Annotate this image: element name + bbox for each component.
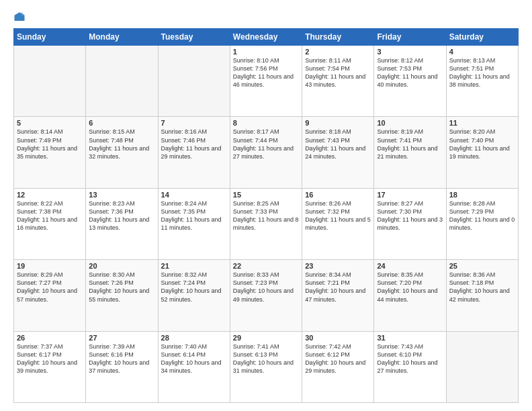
- cell-info: Sunrise: 8:18 AM Sunset: 7:43 PM Dayligh…: [305, 128, 365, 159]
- day-number: 4: [449, 48, 515, 56]
- weekday-sunday: Sunday: [14, 29, 86, 46]
- day-cell: 21Sunrise: 8:32 AM Sunset: 7:24 PM Dayli…: [158, 260, 230, 331]
- day-number: 20: [89, 262, 154, 270]
- day-number: 8: [233, 119, 299, 127]
- cell-info: Sunrise: 8:33 AM Sunset: 7:23 PM Dayligh…: [233, 271, 294, 302]
- day-number: 14: [161, 191, 227, 199]
- day-cell: 10Sunrise: 8:19 AM Sunset: 7:41 PM Dayli…: [374, 117, 446, 188]
- header: [13, 11, 519, 23]
- day-number: 17: [377, 191, 443, 199]
- day-number: 29: [233, 334, 299, 342]
- day-number: 7: [161, 119, 227, 127]
- day-number: 15: [233, 191, 299, 199]
- cell-info: Sunrise: 8:15 AM Sunset: 7:48 PM Dayligh…: [89, 128, 149, 159]
- day-number: 19: [17, 262, 83, 270]
- cell-info: Sunrise: 8:24 AM Sunset: 7:35 PM Dayligh…: [161, 200, 222, 231]
- cell-info: Sunrise: 8:20 AM Sunset: 7:40 PM Dayligh…: [449, 128, 510, 159]
- cell-info: Sunrise: 8:28 AM Sunset: 7:29 PM Dayligh…: [449, 200, 515, 231]
- day-cell: [14, 46, 86, 117]
- logo: [13, 11, 28, 23]
- cell-info: Sunrise: 8:27 AM Sunset: 7:30 PM Dayligh…: [377, 200, 443, 231]
- day-cell: 31Sunrise: 7:43 AM Sunset: 6:10 PM Dayli…: [374, 331, 446, 402]
- day-number: 2: [305, 48, 371, 56]
- weekday-monday: Monday: [86, 29, 158, 46]
- day-cell: 16Sunrise: 8:26 AM Sunset: 7:32 PM Dayli…: [302, 188, 374, 259]
- cell-info: Sunrise: 8:23 AM Sunset: 7:36 PM Dayligh…: [89, 200, 149, 231]
- calendar-table: SundayMondayTuesdayWednesdayThursdayFrid…: [13, 28, 519, 403]
- day-number: 1: [233, 48, 299, 56]
- cell-info: Sunrise: 7:39 AM Sunset: 6:16 PM Dayligh…: [89, 343, 149, 374]
- day-number: 26: [17, 334, 83, 342]
- day-cell: 15Sunrise: 8:25 AM Sunset: 7:33 PM Dayli…: [230, 188, 302, 259]
- day-cell: 27Sunrise: 7:39 AM Sunset: 6:16 PM Dayli…: [86, 331, 158, 402]
- cell-info: Sunrise: 8:12 AM Sunset: 7:53 PM Dayligh…: [377, 57, 437, 88]
- day-number: 5: [17, 119, 83, 127]
- cell-info: Sunrise: 8:13 AM Sunset: 7:51 PM Dayligh…: [449, 57, 510, 88]
- cell-info: Sunrise: 8:26 AM Sunset: 7:32 PM Dayligh…: [305, 200, 371, 231]
- cell-info: Sunrise: 8:35 AM Sunset: 7:20 PM Dayligh…: [377, 271, 437, 302]
- svg-marker-0: [15, 12, 25, 21]
- weekday-tuesday: Tuesday: [158, 29, 230, 46]
- weekday-saturday: Saturday: [446, 29, 518, 46]
- week-row-2: 5Sunrise: 8:14 AM Sunset: 7:49 PM Daylig…: [14, 117, 519, 188]
- day-cell: 25Sunrise: 8:36 AM Sunset: 7:18 PM Dayli…: [446, 260, 518, 331]
- day-number: 12: [17, 191, 83, 199]
- week-row-1: 1Sunrise: 8:10 AM Sunset: 7:56 PM Daylig…: [14, 46, 519, 117]
- day-cell: 14Sunrise: 8:24 AM Sunset: 7:35 PM Dayli…: [158, 188, 230, 259]
- day-number: 9: [305, 119, 371, 127]
- day-number: 24: [377, 262, 443, 270]
- day-cell: [86, 46, 158, 117]
- day-cell: [158, 46, 230, 117]
- day-number: 27: [89, 334, 154, 342]
- day-cell: 9Sunrise: 8:18 AM Sunset: 7:43 PM Daylig…: [302, 117, 374, 188]
- day-number: 25: [449, 262, 515, 270]
- day-number: 10: [377, 119, 443, 127]
- day-number: 11: [449, 119, 515, 127]
- weekday-thursday: Thursday: [302, 29, 374, 46]
- cell-info: Sunrise: 8:29 AM Sunset: 7:27 PM Dayligh…: [17, 271, 77, 302]
- day-cell: 6Sunrise: 8:15 AM Sunset: 7:48 PM Daylig…: [86, 117, 158, 188]
- page: SundayMondayTuesdayWednesdayThursdayFrid…: [0, 0, 532, 411]
- day-cell: 26Sunrise: 7:37 AM Sunset: 6:17 PM Dayli…: [14, 331, 86, 402]
- logo-icon: [13, 11, 26, 23]
- day-number: 16: [305, 191, 371, 199]
- weekday-header-row: SundayMondayTuesdayWednesdayThursdayFrid…: [14, 29, 519, 46]
- day-cell: 13Sunrise: 8:23 AM Sunset: 7:36 PM Dayli…: [86, 188, 158, 259]
- day-number: 3: [377, 48, 443, 56]
- day-cell: 12Sunrise: 8:22 AM Sunset: 7:38 PM Dayli…: [14, 188, 86, 259]
- cell-info: Sunrise: 8:11 AM Sunset: 7:54 PM Dayligh…: [305, 57, 365, 88]
- day-number: 18: [449, 191, 515, 199]
- day-number: 31: [377, 334, 443, 342]
- cell-info: Sunrise: 8:17 AM Sunset: 7:44 PM Dayligh…: [233, 128, 294, 159]
- week-row-3: 12Sunrise: 8:22 AM Sunset: 7:38 PM Dayli…: [14, 188, 519, 259]
- day-number: 6: [89, 119, 154, 127]
- day-cell: 29Sunrise: 7:41 AM Sunset: 6:13 PM Dayli…: [230, 331, 302, 402]
- day-cell: 4Sunrise: 8:13 AM Sunset: 7:51 PM Daylig…: [446, 46, 518, 117]
- cell-info: Sunrise: 8:25 AM Sunset: 7:33 PM Dayligh…: [233, 200, 299, 231]
- cell-info: Sunrise: 7:43 AM Sunset: 6:10 PM Dayligh…: [377, 343, 437, 374]
- cell-info: Sunrise: 8:19 AM Sunset: 7:41 PM Dayligh…: [377, 128, 437, 159]
- day-number: 21: [161, 262, 227, 270]
- day-cell: 19Sunrise: 8:29 AM Sunset: 7:27 PM Dayli…: [14, 260, 86, 331]
- cell-info: Sunrise: 8:14 AM Sunset: 7:49 PM Dayligh…: [17, 128, 77, 159]
- cell-info: Sunrise: 8:30 AM Sunset: 7:26 PM Dayligh…: [89, 271, 149, 302]
- cell-info: Sunrise: 7:41 AM Sunset: 6:13 PM Dayligh…: [233, 343, 294, 374]
- cell-info: Sunrise: 7:42 AM Sunset: 6:12 PM Dayligh…: [305, 343, 365, 374]
- cell-info: Sunrise: 8:34 AM Sunset: 7:21 PM Dayligh…: [305, 271, 365, 302]
- day-cell: 8Sunrise: 8:17 AM Sunset: 7:44 PM Daylig…: [230, 117, 302, 188]
- day-cell: 1Sunrise: 8:10 AM Sunset: 7:56 PM Daylig…: [230, 46, 302, 117]
- cell-info: Sunrise: 8:22 AM Sunset: 7:38 PM Dayligh…: [17, 200, 77, 231]
- weekday-wednesday: Wednesday: [230, 29, 302, 46]
- svg-marker-1: [21, 12, 25, 15]
- cell-info: Sunrise: 8:16 AM Sunset: 7:46 PM Dayligh…: [161, 128, 222, 159]
- cell-info: Sunrise: 8:10 AM Sunset: 7:56 PM Dayligh…: [233, 57, 294, 88]
- day-number: 22: [233, 262, 299, 270]
- day-number: 23: [305, 262, 371, 270]
- cell-info: Sunrise: 8:32 AM Sunset: 7:24 PM Dayligh…: [161, 271, 222, 302]
- day-number: 30: [305, 334, 371, 342]
- week-row-5: 26Sunrise: 7:37 AM Sunset: 6:17 PM Dayli…: [14, 331, 519, 402]
- day-cell: 20Sunrise: 8:30 AM Sunset: 7:26 PM Dayli…: [86, 260, 158, 331]
- day-cell: 3Sunrise: 8:12 AM Sunset: 7:53 PM Daylig…: [374, 46, 446, 117]
- day-cell: 24Sunrise: 8:35 AM Sunset: 7:20 PM Dayli…: [374, 260, 446, 331]
- day-cell: 17Sunrise: 8:27 AM Sunset: 7:30 PM Dayli…: [374, 188, 446, 259]
